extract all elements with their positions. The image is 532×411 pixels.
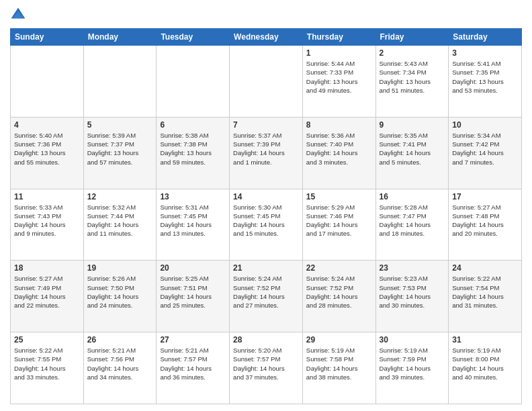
day-detail: Sunrise: 5:33 AM Sunset: 7:43 PM Dayligh… bbox=[14, 203, 80, 238]
day-detail: Sunrise: 5:19 AM Sunset: 7:58 PM Dayligh… bbox=[306, 346, 372, 381]
calendar-cell: 31Sunrise: 5:19 AM Sunset: 8:00 PM Dayli… bbox=[449, 332, 522, 404]
day-detail: Sunrise: 5:32 AM Sunset: 7:44 PM Dayligh… bbox=[87, 203, 153, 238]
calendar-cell: 22Sunrise: 5:24 AM Sunset: 7:52 PM Dayli… bbox=[302, 261, 375, 332]
calendar-cell: 15Sunrise: 5:29 AM Sunset: 7:46 PM Dayli… bbox=[302, 189, 375, 261]
day-number: 5 bbox=[87, 120, 153, 130]
calendar-cell: 11Sunrise: 5:33 AM Sunset: 7:43 PM Dayli… bbox=[11, 189, 84, 261]
day-detail: Sunrise: 5:20 AM Sunset: 7:57 PM Dayligh… bbox=[233, 346, 299, 381]
calendar-cell: 17Sunrise: 5:27 AM Sunset: 7:48 PM Dayli… bbox=[449, 189, 522, 261]
calendar-cell: 26Sunrise: 5:21 AM Sunset: 7:56 PM Dayli… bbox=[83, 332, 157, 404]
day-detail: Sunrise: 5:25 AM Sunset: 7:51 PM Dayligh… bbox=[160, 274, 226, 310]
calendar-cell: 24Sunrise: 5:22 AM Sunset: 7:54 PM Dayli… bbox=[449, 261, 522, 332]
day-detail: Sunrise: 5:21 AM Sunset: 7:57 PM Dayligh… bbox=[160, 346, 226, 381]
day-number: 16 bbox=[380, 192, 445, 201]
day-number: 2 bbox=[380, 48, 445, 58]
weekday-header-monday: Monday bbox=[83, 29, 157, 46]
day-number: 19 bbox=[87, 263, 153, 273]
day-number: 18 bbox=[14, 263, 80, 273]
day-detail: Sunrise: 5:19 AM Sunset: 8:00 PM Dayligh… bbox=[452, 346, 518, 381]
weekday-header-wednesday: Wednesday bbox=[230, 29, 303, 46]
day-number: 24 bbox=[452, 263, 518, 273]
logo bbox=[10, 7, 29, 23]
day-detail: Sunrise: 5:40 AM Sunset: 7:36 PM Dayligh… bbox=[14, 131, 80, 167]
header bbox=[10, 7, 522, 23]
calendar-cell: 27Sunrise: 5:21 AM Sunset: 7:57 PM Dayli… bbox=[157, 332, 230, 404]
calendar-cell: 20Sunrise: 5:25 AM Sunset: 7:51 PM Dayli… bbox=[157, 261, 230, 332]
calendar-cell: 28Sunrise: 5:20 AM Sunset: 7:57 PM Dayli… bbox=[230, 332, 303, 404]
calendar-cell: 1Sunrise: 5:44 AM Sunset: 7:33 PM Daylig… bbox=[302, 46, 375, 118]
day-detail: Sunrise: 5:27 AM Sunset: 7:48 PM Dayligh… bbox=[452, 203, 518, 238]
day-number: 21 bbox=[233, 263, 299, 273]
calendar-cell: 25Sunrise: 5:22 AM Sunset: 7:55 PM Dayli… bbox=[11, 332, 84, 404]
logo-icon bbox=[10, 7, 26, 23]
day-number: 28 bbox=[233, 335, 299, 345]
calendar-cell: 10Sunrise: 5:34 AM Sunset: 7:42 PM Dayli… bbox=[449, 117, 522, 189]
calendar-cell bbox=[11, 46, 84, 118]
calendar-cell: 18Sunrise: 5:27 AM Sunset: 7:49 PM Dayli… bbox=[11, 261, 84, 332]
calendar-week-2: 4Sunrise: 5:40 AM Sunset: 7:36 PM Daylig… bbox=[11, 117, 522, 189]
calendar-cell bbox=[83, 46, 157, 118]
calendar-week-3: 11Sunrise: 5:33 AM Sunset: 7:43 PM Dayli… bbox=[11, 189, 522, 261]
day-detail: Sunrise: 5:26 AM Sunset: 7:50 PM Dayligh… bbox=[87, 274, 153, 310]
calendar-cell: 21Sunrise: 5:24 AM Sunset: 7:52 PM Dayli… bbox=[230, 261, 303, 332]
calendar-week-4: 18Sunrise: 5:27 AM Sunset: 7:49 PM Dayli… bbox=[11, 261, 522, 332]
day-number: 25 bbox=[14, 335, 80, 345]
day-number: 30 bbox=[380, 335, 445, 345]
day-number: 13 bbox=[160, 192, 226, 201]
day-number: 12 bbox=[87, 192, 153, 201]
day-detail: Sunrise: 5:41 AM Sunset: 7:35 PM Dayligh… bbox=[452, 59, 518, 95]
day-number: 29 bbox=[306, 335, 372, 345]
day-detail: Sunrise: 5:44 AM Sunset: 7:33 PM Dayligh… bbox=[306, 59, 372, 95]
weekday-header-tuesday: Tuesday bbox=[157, 29, 230, 46]
day-number: 6 bbox=[160, 120, 226, 130]
day-detail: Sunrise: 5:29 AM Sunset: 7:46 PM Dayligh… bbox=[306, 203, 372, 238]
weekday-header-saturday: Saturday bbox=[449, 29, 522, 46]
calendar-cell: 2Sunrise: 5:43 AM Sunset: 7:34 PM Daylig… bbox=[375, 46, 449, 118]
day-detail: Sunrise: 5:24 AM Sunset: 7:52 PM Dayligh… bbox=[233, 274, 299, 310]
calendar-cell: 3Sunrise: 5:41 AM Sunset: 7:35 PM Daylig… bbox=[449, 46, 522, 118]
calendar-cell: 13Sunrise: 5:31 AM Sunset: 7:45 PM Dayli… bbox=[157, 189, 230, 261]
day-detail: Sunrise: 5:38 AM Sunset: 7:38 PM Dayligh… bbox=[160, 131, 226, 167]
calendar-cell: 16Sunrise: 5:28 AM Sunset: 7:47 PM Dayli… bbox=[375, 189, 449, 261]
calendar-week-1: 1Sunrise: 5:44 AM Sunset: 7:33 PM Daylig… bbox=[11, 46, 522, 118]
day-detail: Sunrise: 5:21 AM Sunset: 7:56 PM Dayligh… bbox=[87, 346, 153, 381]
day-detail: Sunrise: 5:27 AM Sunset: 7:49 PM Dayligh… bbox=[14, 274, 80, 310]
day-detail: Sunrise: 5:28 AM Sunset: 7:47 PM Dayligh… bbox=[380, 203, 445, 238]
day-detail: Sunrise: 5:22 AM Sunset: 7:54 PM Dayligh… bbox=[452, 274, 518, 310]
weekday-header-thursday: Thursday bbox=[302, 29, 375, 46]
calendar-cell: 19Sunrise: 5:26 AM Sunset: 7:50 PM Dayli… bbox=[83, 261, 157, 332]
calendar-cell: 8Sunrise: 5:36 AM Sunset: 7:40 PM Daylig… bbox=[302, 117, 375, 189]
day-detail: Sunrise: 5:31 AM Sunset: 7:45 PM Dayligh… bbox=[160, 203, 226, 238]
day-number: 17 bbox=[452, 192, 518, 201]
page: SundayMondayTuesdayWednesdayThursdayFrid… bbox=[0, 0, 532, 411]
calendar-week-5: 25Sunrise: 5:22 AM Sunset: 7:55 PM Dayli… bbox=[11, 332, 522, 404]
calendar-cell bbox=[157, 46, 230, 118]
day-number: 1 bbox=[306, 48, 372, 58]
day-detail: Sunrise: 5:24 AM Sunset: 7:52 PM Dayligh… bbox=[306, 274, 372, 310]
calendar-cell bbox=[230, 46, 303, 118]
calendar-cell: 29Sunrise: 5:19 AM Sunset: 7:58 PM Dayli… bbox=[302, 332, 375, 404]
day-number: 26 bbox=[87, 335, 153, 345]
calendar-cell: 23Sunrise: 5:23 AM Sunset: 7:53 PM Dayli… bbox=[375, 261, 449, 332]
day-number: 10 bbox=[452, 120, 518, 130]
day-detail: Sunrise: 5:30 AM Sunset: 7:45 PM Dayligh… bbox=[233, 203, 299, 238]
day-detail: Sunrise: 5:39 AM Sunset: 7:37 PM Dayligh… bbox=[87, 131, 153, 167]
calendar-cell: 4Sunrise: 5:40 AM Sunset: 7:36 PM Daylig… bbox=[11, 117, 84, 189]
day-number: 7 bbox=[233, 120, 299, 130]
day-detail: Sunrise: 5:36 AM Sunset: 7:40 PM Dayligh… bbox=[306, 131, 372, 167]
day-number: 22 bbox=[306, 263, 372, 273]
day-detail: Sunrise: 5:34 AM Sunset: 7:42 PM Dayligh… bbox=[452, 131, 518, 167]
day-detail: Sunrise: 5:19 AM Sunset: 7:59 PM Dayligh… bbox=[380, 346, 445, 381]
day-number: 14 bbox=[233, 192, 299, 201]
calendar-cell: 7Sunrise: 5:37 AM Sunset: 7:39 PM Daylig… bbox=[230, 117, 303, 189]
weekday-header-sunday: Sunday bbox=[11, 29, 84, 46]
calendar-cell: 5Sunrise: 5:39 AM Sunset: 7:37 PM Daylig… bbox=[83, 117, 157, 189]
day-detail: Sunrise: 5:22 AM Sunset: 7:55 PM Dayligh… bbox=[14, 346, 80, 381]
calendar-cell: 6Sunrise: 5:38 AM Sunset: 7:38 PM Daylig… bbox=[157, 117, 230, 189]
day-number: 31 bbox=[452, 335, 518, 345]
day-number: 11 bbox=[14, 192, 80, 201]
day-detail: Sunrise: 5:43 AM Sunset: 7:34 PM Dayligh… bbox=[380, 59, 445, 95]
day-number: 8 bbox=[306, 120, 372, 130]
day-number: 9 bbox=[380, 120, 445, 130]
day-detail: Sunrise: 5:37 AM Sunset: 7:39 PM Dayligh… bbox=[233, 131, 299, 167]
